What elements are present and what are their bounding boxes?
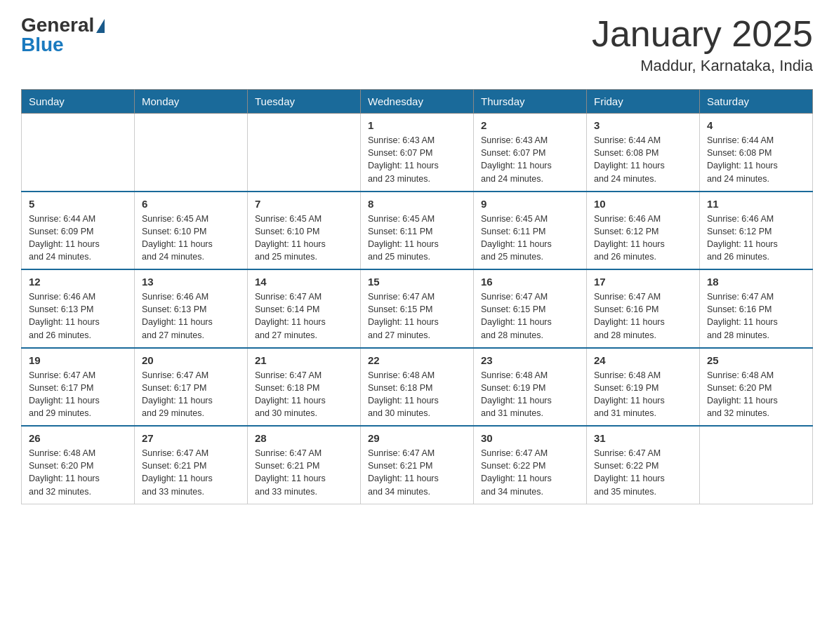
- calendar-cell: 28Sunrise: 6:47 AM Sunset: 6:21 PM Dayli…: [248, 426, 361, 504]
- day-number: 10: [594, 198, 692, 210]
- day-info: Sunrise: 6:47 AM Sunset: 6:17 PM Dayligh…: [29, 369, 127, 420]
- day-number: 25: [707, 354, 805, 366]
- column-header-wednesday: Wednesday: [361, 90, 474, 114]
- day-number: 24: [594, 354, 692, 366]
- day-info: Sunrise: 6:48 AM Sunset: 6:20 PM Dayligh…: [29, 447, 127, 498]
- calendar-cell: 4Sunrise: 6:44 AM Sunset: 6:08 PM Daylig…: [700, 114, 813, 192]
- calendar-week-row: 1Sunrise: 6:43 AM Sunset: 6:07 PM Daylig…: [22, 114, 813, 192]
- calendar-cell: 26Sunrise: 6:48 AM Sunset: 6:20 PM Dayli…: [22, 426, 135, 504]
- calendar-cell: [22, 114, 135, 192]
- day-info: Sunrise: 6:47 AM Sunset: 6:18 PM Dayligh…: [255, 369, 353, 420]
- title-block: January 2025 Maddur, Karnataka, India: [592, 14, 813, 75]
- calendar-cell: [135, 114, 248, 192]
- day-number: 17: [594, 276, 692, 288]
- calendar-week-row: 12Sunrise: 6:46 AM Sunset: 6:13 PM Dayli…: [22, 269, 813, 348]
- day-number: 14: [255, 276, 353, 288]
- calendar-cell: 17Sunrise: 6:47 AM Sunset: 6:16 PM Dayli…: [587, 269, 700, 348]
- day-number: 3: [594, 119, 692, 131]
- day-info: Sunrise: 6:48 AM Sunset: 6:19 PM Dayligh…: [481, 369, 579, 420]
- day-info: Sunrise: 6:47 AM Sunset: 6:21 PM Dayligh…: [255, 447, 353, 498]
- day-number: 8: [368, 198, 466, 210]
- calendar-cell: 25Sunrise: 6:48 AM Sunset: 6:20 PM Dayli…: [700, 348, 813, 427]
- calendar-header-row: SundayMondayTuesdayWednesdayThursdayFrid…: [22, 90, 813, 114]
- calendar-cell: 16Sunrise: 6:47 AM Sunset: 6:15 PM Dayli…: [474, 269, 587, 348]
- calendar-week-row: 19Sunrise: 6:47 AM Sunset: 6:17 PM Dayli…: [22, 348, 813, 427]
- logo-blue: Blue: [21, 34, 105, 56]
- calendar-cell: 2Sunrise: 6:43 AM Sunset: 6:07 PM Daylig…: [474, 114, 587, 192]
- calendar-cell: 3Sunrise: 6:44 AM Sunset: 6:08 PM Daylig…: [587, 114, 700, 192]
- day-info: Sunrise: 6:43 AM Sunset: 6:07 PM Dayligh…: [481, 134, 579, 185]
- day-number: 1: [368, 119, 466, 131]
- day-number: 30: [481, 432, 579, 444]
- calendar-cell: 27Sunrise: 6:47 AM Sunset: 6:21 PM Dayli…: [135, 426, 248, 504]
- day-number: 9: [481, 198, 579, 210]
- day-number: 7: [255, 198, 353, 210]
- column-header-tuesday: Tuesday: [248, 90, 361, 114]
- calendar-week-row: 26Sunrise: 6:48 AM Sunset: 6:20 PM Dayli…: [22, 426, 813, 504]
- day-number: 28: [255, 432, 353, 444]
- day-info: Sunrise: 6:47 AM Sunset: 6:16 PM Dayligh…: [707, 290, 805, 342]
- day-info: Sunrise: 6:47 AM Sunset: 6:22 PM Dayligh…: [594, 447, 692, 498]
- calendar-cell: 13Sunrise: 6:46 AM Sunset: 6:13 PM Dayli…: [135, 269, 248, 348]
- calendar-cell: 31Sunrise: 6:47 AM Sunset: 6:22 PM Dayli…: [587, 426, 700, 504]
- day-info: Sunrise: 6:45 AM Sunset: 6:11 PM Dayligh…: [368, 213, 466, 264]
- day-number: 23: [481, 354, 579, 366]
- calendar-cell: 23Sunrise: 6:48 AM Sunset: 6:19 PM Dayli…: [474, 348, 587, 427]
- day-info: Sunrise: 6:48 AM Sunset: 6:18 PM Dayligh…: [368, 369, 466, 420]
- day-info: Sunrise: 6:48 AM Sunset: 6:20 PM Dayligh…: [707, 369, 805, 420]
- calendar-cell: 22Sunrise: 6:48 AM Sunset: 6:18 PM Dayli…: [361, 348, 474, 427]
- calendar-cell: 12Sunrise: 6:46 AM Sunset: 6:13 PM Dayli…: [22, 269, 135, 348]
- calendar-cell: 1Sunrise: 6:43 AM Sunset: 6:07 PM Daylig…: [361, 114, 474, 192]
- day-info: Sunrise: 6:44 AM Sunset: 6:09 PM Dayligh…: [29, 213, 127, 264]
- day-info: Sunrise: 6:45 AM Sunset: 6:11 PM Dayligh…: [481, 213, 579, 264]
- calendar-cell: [248, 114, 361, 192]
- day-number: 20: [142, 354, 240, 366]
- calendar-cell: 19Sunrise: 6:47 AM Sunset: 6:17 PM Dayli…: [22, 348, 135, 427]
- column-header-friday: Friday: [587, 90, 700, 114]
- day-info: Sunrise: 6:47 AM Sunset: 6:21 PM Dayligh…: [142, 447, 240, 498]
- day-number: 6: [142, 198, 240, 210]
- day-number: 4: [707, 119, 805, 131]
- page-header: General Blue January 2025 Maddur, Karnat…: [21, 14, 813, 75]
- day-info: Sunrise: 6:47 AM Sunset: 6:16 PM Dayligh…: [594, 290, 692, 342]
- day-number: 31: [594, 432, 692, 444]
- calendar-cell: 14Sunrise: 6:47 AM Sunset: 6:14 PM Dayli…: [248, 269, 361, 348]
- calendar-cell: 20Sunrise: 6:47 AM Sunset: 6:17 PM Dayli…: [135, 348, 248, 427]
- day-info: Sunrise: 6:44 AM Sunset: 6:08 PM Dayligh…: [707, 134, 805, 185]
- day-info: Sunrise: 6:47 AM Sunset: 6:14 PM Dayligh…: [255, 290, 353, 342]
- day-number: 22: [368, 354, 466, 366]
- day-number: 2: [481, 119, 579, 131]
- column-header-sunday: Sunday: [22, 90, 135, 114]
- column-header-thursday: Thursday: [474, 90, 587, 114]
- day-info: Sunrise: 6:47 AM Sunset: 6:22 PM Dayligh…: [481, 447, 579, 498]
- day-number: 27: [142, 432, 240, 444]
- day-number: 16: [481, 276, 579, 288]
- calendar-cell: [700, 426, 813, 504]
- day-info: Sunrise: 6:47 AM Sunset: 6:21 PM Dayligh…: [368, 447, 466, 498]
- day-info: Sunrise: 6:45 AM Sunset: 6:10 PM Dayligh…: [142, 213, 240, 264]
- calendar-cell: 6Sunrise: 6:45 AM Sunset: 6:10 PM Daylig…: [135, 192, 248, 270]
- day-info: Sunrise: 6:46 AM Sunset: 6:13 PM Dayligh…: [142, 290, 240, 342]
- day-number: 18: [707, 276, 805, 288]
- calendar-cell: 9Sunrise: 6:45 AM Sunset: 6:11 PM Daylig…: [474, 192, 587, 270]
- calendar-cell: 11Sunrise: 6:46 AM Sunset: 6:12 PM Dayli…: [700, 192, 813, 270]
- calendar-table: SundayMondayTuesdayWednesdayThursdayFrid…: [21, 89, 813, 504]
- calendar-cell: 21Sunrise: 6:47 AM Sunset: 6:18 PM Dayli…: [248, 348, 361, 427]
- calendar-subtitle: Maddur, Karnataka, India: [592, 57, 813, 75]
- calendar-cell: 5Sunrise: 6:44 AM Sunset: 6:09 PM Daylig…: [22, 192, 135, 270]
- day-number: 15: [368, 276, 466, 288]
- logo-triangle-icon: [96, 19, 105, 33]
- calendar-cell: 24Sunrise: 6:48 AM Sunset: 6:19 PM Dayli…: [587, 348, 700, 427]
- day-info: Sunrise: 6:48 AM Sunset: 6:19 PM Dayligh…: [594, 369, 692, 420]
- day-number: 11: [707, 198, 805, 210]
- day-info: Sunrise: 6:47 AM Sunset: 6:15 PM Dayligh…: [368, 290, 466, 342]
- calendar-week-row: 5Sunrise: 6:44 AM Sunset: 6:09 PM Daylig…: [22, 192, 813, 270]
- calendar-cell: 15Sunrise: 6:47 AM Sunset: 6:15 PM Dayli…: [361, 269, 474, 348]
- logo: General Blue: [21, 14, 105, 56]
- calendar-cell: 18Sunrise: 6:47 AM Sunset: 6:16 PM Dayli…: [700, 269, 813, 348]
- day-info: Sunrise: 6:46 AM Sunset: 6:12 PM Dayligh…: [707, 213, 805, 264]
- day-info: Sunrise: 6:43 AM Sunset: 6:07 PM Dayligh…: [368, 134, 466, 185]
- day-number: 5: [29, 198, 127, 210]
- calendar-cell: 7Sunrise: 6:45 AM Sunset: 6:10 PM Daylig…: [248, 192, 361, 270]
- column-header-monday: Monday: [135, 90, 248, 114]
